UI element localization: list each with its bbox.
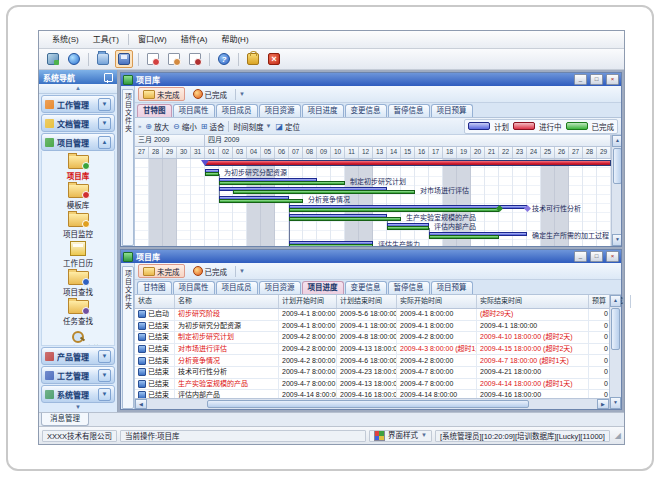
- ui-style-dropdown[interactable]: 界面样式 ▼: [369, 430, 432, 442]
- table-vscrollbar[interactable]: ▲ ▼: [609, 295, 621, 409]
- chevron-icon[interactable]: ▼: [98, 117, 111, 130]
- actual-bar[interactable]: [219, 181, 345, 185]
- maximize-button[interactable]: □: [590, 251, 603, 262]
- tab-项目进度[interactable]: 项目进度: [302, 104, 344, 117]
- locate-button[interactable]: ◪定位: [275, 121, 300, 132]
- zoom-in-button[interactable]: ⊕放大: [145, 121, 169, 132]
- filter-未完成[interactable]: 未完成: [138, 87, 185, 101]
- actual-bar[interactable]: [289, 217, 401, 221]
- scroll-thumb[interactable]: [611, 308, 620, 350]
- time-scale-dropdown[interactable]: 时间刻度▼: [233, 121, 271, 132]
- tab-变更信息[interactable]: 变更信息: [345, 104, 387, 117]
- tab-项目预算[interactable]: 项目预算: [431, 281, 473, 294]
- scroll-up-icon[interactable]: ▲: [610, 295, 621, 307]
- overflow-chevron[interactable]: »: [138, 123, 141, 129]
- table-row[interactable]: 已结束对市场进行评估2009-4-2 8:00:002009-4-13 18:0…: [135, 344, 609, 356]
- more-chevron[interactable]: ▼: [239, 268, 245, 274]
- tab-项目资源[interactable]: 项目资源: [259, 281, 301, 294]
- chevron-icon[interactable]: ▼: [98, 388, 111, 401]
- chevron-icon[interactable]: ▲: [98, 136, 111, 149]
- menu-item-2[interactable]: 窗口(W): [131, 32, 174, 48]
- network-icon-button[interactable]: [65, 50, 83, 68]
- column-header-状态[interactable]: 状态: [135, 295, 175, 308]
- scroll-left-icon[interactable]: ◀: [135, 399, 147, 409]
- table-row[interactable]: 已结束技术可行性分析2009-4-7 8:00:002009-4-23 18:0…: [135, 367, 609, 379]
- scroll-thumb[interactable]: [613, 148, 621, 184]
- actual-bar[interactable]: [289, 244, 373, 246]
- filter-已完成[interactable]: 已完成: [188, 87, 233, 101]
- doc-edit-icon-button[interactable]: [165, 50, 183, 68]
- tab-项目属性[interactable]: 项目属性: [173, 104, 215, 117]
- tab-项目预算[interactable]: 项目预算: [431, 104, 473, 117]
- zoom-out-button[interactable]: ⊖缩小: [173, 121, 197, 132]
- actual-bar[interactable]: [205, 172, 219, 176]
- gantt-vscrollbar[interactable]: ▲ ▼: [611, 135, 621, 246]
- pin-icon[interactable]: [104, 73, 113, 82]
- actual-bar[interactable]: [219, 199, 303, 203]
- column-header-计划开始时间[interactable]: 计划开始时间: [279, 295, 337, 308]
- menu-item-1[interactable]: 工具(T): [86, 32, 126, 48]
- menu-item-4[interactable]: 帮助(H): [214, 32, 255, 48]
- filter-未完成[interactable]: 未完成: [138, 264, 185, 278]
- tab-项目进度[interactable]: 项目进度: [302, 281, 344, 294]
- sidebar-group-项目管理[interactable]: 项目管理▲: [41, 133, 115, 151]
- lock-icon-button[interactable]: [244, 50, 262, 68]
- actual-bar[interactable]: [387, 226, 429, 230]
- doc-delete-icon-button[interactable]: [186, 50, 204, 68]
- minimize-button[interactable]: _: [574, 251, 587, 262]
- tab-项目属性[interactable]: 项目属性: [173, 281, 215, 294]
- schedule-window-titlebar[interactable]: 项目库 _ □ ×: [121, 250, 621, 263]
- actual-bar[interactable]: [233, 190, 415, 194]
- system-icon-button[interactable]: [44, 50, 62, 68]
- tab-甘特图[interactable]: 甘特图: [137, 281, 172, 294]
- help-icon-button[interactable]: [215, 50, 233, 68]
- sidebar-more-chevron[interactable]: ▼: [39, 403, 117, 412]
- fit-button[interactable]: ⊞适合: [201, 121, 225, 132]
- tab-甘特图[interactable]: 甘特图: [137, 104, 172, 117]
- chevron-icon[interactable]: ▼: [98, 350, 111, 363]
- more-chevron[interactable]: ▼: [239, 91, 245, 97]
- close-button[interactable]: ×: [606, 74, 619, 85]
- doc-new-icon-button[interactable]: [144, 50, 162, 68]
- actual-bar[interactable]: [289, 208, 499, 212]
- sidebar-group-产品管理[interactable]: 产品管理▼: [41, 347, 115, 365]
- table-hscrollbar[interactable]: ◀ ▶: [135, 398, 609, 409]
- sidebar-item-项目库[interactable]: 项目库: [67, 153, 90, 182]
- sidebar-item-任务查找[interactable]: 任务查找: [63, 298, 93, 327]
- menu-item-3[interactable]: 插件(A): [174, 32, 215, 48]
- scroll-down-icon[interactable]: ▼: [612, 234, 621, 246]
- chevron-icon[interactable]: ▼: [98, 98, 111, 111]
- gantt-body[interactable]: 为初步研究分配资源制定初步研究计划对市场进行评估分析竞争情况技术可行性分析生产实…: [135, 159, 611, 246]
- column-header-计划结束时间[interactable]: 计划结束时间: [337, 295, 397, 308]
- resize-grip[interactable]: ◢: [615, 431, 621, 440]
- save-icon-button[interactable]: [115, 50, 133, 68]
- table-row[interactable]: 已启动初步研究阶段2009-4-1 8:00:002009-5-6 18:00:…: [135, 309, 609, 321]
- sidebar-group-工艺管理[interactable]: 工艺管理▼: [41, 366, 115, 384]
- filter-已完成[interactable]: 已完成: [188, 264, 233, 278]
- scroll-down-icon[interactable]: ▼: [610, 397, 621, 409]
- menu-item-0[interactable]: 系统(S): [45, 32, 86, 48]
- actual-bar[interactable]: [429, 235, 499, 239]
- table-row[interactable]: 已结束评估内部产品2009-4-14 8:00:002009-4-16 18:0…: [135, 390, 609, 398]
- open-folder-icon-button[interactable]: [94, 50, 112, 68]
- sidebar-item-模板库[interactable]: 模板库: [67, 182, 90, 211]
- project-folder-tab[interactable]: 项目文件夹: [122, 89, 134, 246]
- column-header-实际开始时间[interactable]: 实际开始时间: [397, 295, 477, 308]
- sidebar-group-文档管理[interactable]: 文档管理▼: [41, 114, 115, 132]
- tab-暂停信息[interactable]: 暂停信息: [388, 104, 430, 117]
- exit-icon-button[interactable]: [265, 50, 283, 68]
- tab-变更信息[interactable]: 变更信息: [345, 281, 387, 294]
- table-row[interactable]: 已结束制定初步研究计划2009-4-2 8:00:002009-4-8 18:0…: [135, 332, 609, 344]
- project-folder-tab[interactable]: 项目文件夹: [122, 266, 134, 409]
- sidebar-item-工作日历[interactable]: 工作日历: [63, 240, 93, 269]
- sidebar-group-工作管理[interactable]: 工作管理▼: [41, 95, 115, 113]
- gantt-window-titlebar[interactable]: 项目库 _ □ ×: [121, 73, 621, 86]
- scroll-right-icon[interactable]: ▶: [597, 399, 609, 409]
- tab-项目资源[interactable]: 项目资源: [259, 104, 301, 117]
- sidebar-group-系统管理[interactable]: 系统管理▼: [41, 385, 115, 403]
- minimize-button[interactable]: _: [574, 74, 587, 85]
- scroll-thumb[interactable]: [207, 400, 529, 408]
- message-manager-tab[interactable]: 消息管理: [41, 413, 89, 426]
- column-header-名称[interactable]: 名称: [175, 295, 279, 308]
- table-header[interactable]: 状态名称计划开始时间计划结束时间实际开始时间实际结束时间预算成: [135, 295, 609, 309]
